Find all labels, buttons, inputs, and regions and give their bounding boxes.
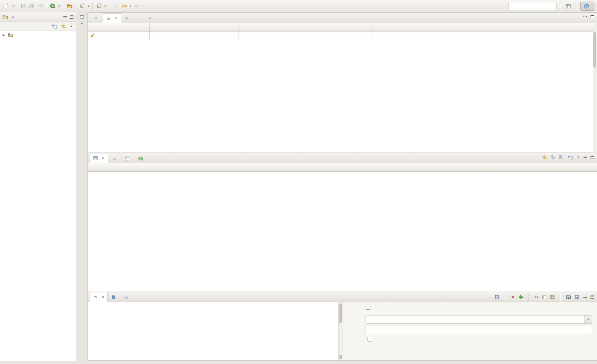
restore-view-icon[interactable]	[80, 15, 84, 19]
tab-histogram[interactable]	[108, 154, 121, 163]
tree-item-pcap[interactable]: ▶	[0, 31, 76, 38]
maximize-icon[interactable]	[591, 156, 594, 159]
trace-file-icon	[107, 16, 111, 20]
toolbar-separator	[46, 3, 47, 10]
delete-filter-icon[interactable]: ✕	[511, 295, 515, 300]
filter-cell-content[interactable]	[403, 32, 593, 39]
editor-tab-mostlytcp[interactable]	[90, 14, 103, 23]
add-filter-icon[interactable]	[518, 295, 523, 299]
expand-arrow-icon[interactable]: ▶	[3, 33, 6, 37]
run-dropdown[interactable]: ▾	[57, 2, 61, 10]
view-menu-icon[interactable]: ▼	[70, 25, 73, 28]
maximize-icon[interactable]	[70, 15, 73, 19]
filter-cell-protocol[interactable]	[371, 32, 403, 39]
copy-icon[interactable]	[542, 295, 546, 299]
save-filter-icon[interactable]	[495, 295, 499, 300]
import-filters-icon[interactable]	[566, 295, 571, 300]
strip-menu-icon[interactable]: ▼	[76, 22, 88, 25]
new-wizard-button[interactable]	[3, 2, 11, 10]
open-trace-button[interactable]	[65, 2, 74, 10]
tab-stream-list[interactable]	[121, 293, 134, 302]
editor-tab-benchmarktrace[interactable]	[144, 14, 157, 23]
filters-icon	[93, 295, 98, 299]
export-dropdown[interactable]: ▾	[103, 2, 107, 10]
tab-filters[interactable]: ✕	[90, 292, 108, 302]
collapse-all-icon[interactable]	[568, 155, 573, 159]
run-button[interactable]	[48, 2, 57, 10]
column-header-reference[interactable]	[327, 23, 371, 31]
open-folder-icon	[67, 4, 72, 8]
project-folder-icon	[8, 33, 13, 37]
filter-tree	[88, 302, 338, 360]
cut-icon[interactable]: ✂	[535, 295, 538, 300]
trace-file-icon	[147, 17, 152, 21]
export-filters-icon[interactable]	[575, 295, 580, 300]
close-icon[interactable]: ✕	[101, 295, 104, 299]
maximize-icon[interactable]	[591, 15, 594, 18]
forward-button[interactable]	[133, 2, 142, 10]
value-input[interactable]	[366, 326, 592, 334]
packet-table-scrollbar[interactable]	[593, 23, 597, 152]
chevron-down-icon[interactable]: ▼	[584, 315, 592, 323]
project-explorer-icon	[3, 15, 8, 19]
filter-cell-timestamp[interactable]	[88, 32, 150, 39]
filter-cell-source[interactable]	[150, 32, 238, 39]
minimize-icon[interactable]	[63, 16, 67, 17]
tree-mode-icon[interactable]	[551, 155, 555, 159]
forward-dropdown[interactable]: ▾	[142, 2, 146, 10]
maximize-icon[interactable]	[591, 296, 594, 299]
perspective-network-tracing-button[interactable]	[580, 2, 594, 11]
new-wizard-dropdown[interactable]: ▾	[11, 2, 15, 10]
view-menu-icon[interactable]: ▼	[577, 156, 580, 159]
column-header-source[interactable]	[150, 23, 238, 31]
close-icon[interactable]: ✕	[12, 15, 14, 19]
quick-access-input[interactable]	[508, 2, 556, 10]
back-button[interactable]	[120, 2, 128, 10]
last-edit-location-button[interactable]	[111, 2, 120, 10]
not-checkbox[interactable]	[366, 305, 370, 310]
properties-tabbar: ✕ ▼	[88, 152, 597, 163]
project-explorer-header: ✕	[0, 12, 76, 22]
scrollbar-thumb[interactable]	[339, 304, 342, 323]
save-all-icon	[29, 4, 34, 9]
tab-bookmarks[interactable]	[108, 293, 121, 302]
packet-editor: ✕	[88, 12, 597, 152]
link-with-editor-icon[interactable]	[61, 24, 66, 28]
tab-properties[interactable]: ✕	[90, 153, 108, 163]
minimize-icon[interactable]	[583, 157, 587, 158]
trace-file-icon	[93, 17, 98, 21]
column-header-timestamp[interactable]	[88, 23, 150, 31]
save-button[interactable]	[19, 2, 27, 10]
close-icon[interactable]: ✕	[102, 156, 105, 160]
open-perspective-button[interactable]	[564, 2, 573, 10]
scrollbar-thumb[interactable]	[593, 32, 596, 68]
tab-colors[interactable]	[135, 154, 148, 163]
link-with-editor-icon[interactable]	[542, 155, 547, 159]
print-button[interactable]	[36, 2, 44, 10]
import-button[interactable]	[78, 2, 86, 10]
properties-icon	[93, 156, 98, 160]
import-dropdown[interactable]: ▾	[86, 2, 91, 10]
save-all-button[interactable]	[27, 2, 36, 10]
close-icon[interactable]: ✕	[115, 16, 117, 21]
filter-cell-destination[interactable]	[238, 32, 327, 39]
ignore-case-checkbox[interactable]	[368, 337, 372, 341]
tab-statistics[interactable]	[121, 154, 135, 163]
editor-tab-mostlyudp[interactable]: ✕	[103, 13, 121, 23]
export-button[interactable]	[95, 2, 103, 10]
field-combo[interactable]: ▼	[366, 315, 592, 323]
flat-mode-icon[interactable]	[559, 155, 564, 159]
column-header-destination[interactable]	[238, 23, 327, 31]
editor-tab-telnet-raw[interactable]	[121, 14, 134, 23]
filter-cell-reference[interactable]	[327, 32, 371, 39]
application-window: ▾ ▾ ▾ ▾	[0, 0, 597, 364]
paste-icon[interactable]	[550, 295, 555, 299]
filter-tree-scrollbar[interactable]	[338, 302, 342, 360]
column-header-protocol[interactable]	[371, 23, 403, 31]
column-header-content[interactable]	[403, 23, 593, 31]
minimize-icon[interactable]	[583, 16, 587, 17]
back-dropdown[interactable]: ▾	[128, 2, 133, 10]
collapse-all-icon[interactable]	[52, 24, 57, 29]
scrollbar-button[interactable]	[339, 355, 342, 359]
minimize-icon[interactable]	[583, 297, 587, 298]
